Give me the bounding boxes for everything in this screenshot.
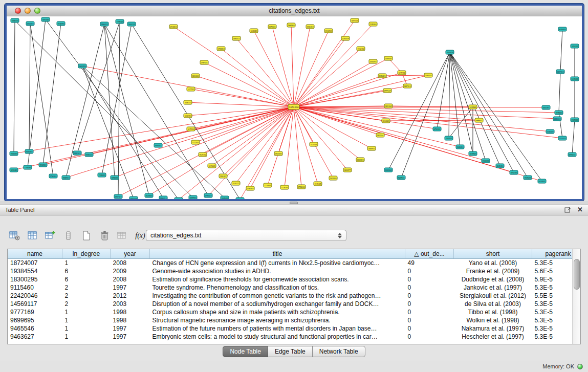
graph-node[interactable]: 1849413: [496, 164, 504, 168]
cell-name[interactable]: 9699695: [8, 316, 62, 324]
graph-edge[interactable]: [221, 49, 294, 107]
graph-node[interactable]: 1757161: [200, 60, 208, 64]
graph-node[interactable]: 1830172: [232, 181, 240, 185]
cell-name[interactable]: 9465546: [8, 324, 62, 333]
graph-node[interactable]: 1841203: [191, 74, 200, 78]
graph-node[interactable]: 1905233: [524, 176, 532, 180]
cell-out_degree[interactable]: 0: [405, 308, 454, 316]
cell-in_degree[interactable]: 6: [62, 267, 111, 275]
cell-out_degree[interactable]: 0: [405, 333, 454, 341]
cell-in_degree[interactable]: 1: [62, 308, 111, 316]
cell-year[interactable]: 2008: [111, 259, 150, 268]
graph-node[interactable]: 1872400: [288, 104, 299, 110]
table-scrollbar[interactable]: [572, 249, 580, 344]
graph-node[interactable]: 915469: [469, 105, 477, 109]
graph-node[interactable]: 1580043: [10, 151, 18, 156]
graph-node[interactable]: 1905463: [384, 168, 393, 172]
cell-title[interactable]: Investigating the contribution of common…: [150, 292, 405, 300]
table-row[interactable]: 1872400712008Changes of HCN gene express…: [8, 259, 581, 268]
cell-short[interactable]: Yano et al. (2008): [454, 259, 532, 268]
graph-node[interactable]: 1849523: [469, 151, 477, 156]
cell-year[interactable]: 2003: [111, 300, 150, 308]
graph-node[interactable]: 1853083: [41, 17, 50, 21]
table-row[interactable]: 946362711997Embryonic stem cells: a mode…: [8, 333, 581, 341]
cell-year[interactable]: 1997: [111, 324, 150, 333]
graph-node[interactable]: 1821065: [384, 104, 393, 108]
graph-edge[interactable]: [82, 66, 225, 198]
graph-edge[interactable]: [450, 52, 473, 154]
graph-node[interactable]: 679193: [433, 127, 441, 131]
graph-edge[interactable]: [294, 20, 355, 107]
graph-node[interactable]: 1784818: [217, 47, 225, 51]
graph-node[interactable]: 1858043: [111, 176, 119, 180]
cell-title[interactable]: Embryonic stem cells: a model to study s…: [150, 333, 405, 341]
graph-node[interactable]: 1913453: [274, 151, 282, 156]
cell-short[interactable]: Wolkin et al. (1998): [454, 316, 532, 324]
merge-table-icon[interactable]: [116, 229, 129, 243]
graph-edge[interactable]: [191, 89, 294, 107]
column-header-short[interactable]: short: [454, 249, 532, 259]
table-row[interactable]: 1830029562008Estimation of significance …: [8, 275, 581, 283]
graph-edge[interactable]: [437, 52, 450, 129]
cell-year[interactable]: 2009: [111, 267, 150, 275]
cell-short[interactable]: Dudbridge et al. (2008): [454, 275, 532, 283]
graph-node[interactable]: 1692343: [510, 170, 518, 174]
graph-node[interactable]: 1806713: [184, 114, 192, 118]
network-canvas[interactable]: 1872400178481817571611841203142751216861…: [7, 16, 582, 199]
cell-out_degree[interactable]: 0: [405, 300, 454, 308]
graph-node[interactable]: 1427512: [187, 87, 195, 91]
graph-node[interactable]: 1580513: [62, 176, 70, 180]
table-row[interactable]: 969969511998Structural magnetic resonanc…: [8, 316, 581, 324]
graph-node[interactable]: 2606057: [154, 143, 162, 147]
graph-node[interactable]: 1913530: [329, 176, 337, 180]
graph-node[interactable]: 1904133: [127, 22, 136, 26]
graph-node[interactable]: 1962312: [357, 47, 365, 51]
graph-node[interactable]: 1697434: [351, 18, 359, 23]
graph-node[interactable]: 677043: [568, 152, 576, 157]
graph-edge[interactable]: [14, 107, 294, 170]
graph-node[interactable]: 1160339: [546, 129, 554, 134]
graph-node[interactable]: 1905413: [456, 145, 464, 149]
graph-node[interactable]: 1860012: [232, 36, 241, 40]
table-row[interactable]: 2242004622012Investigating the contribut…: [8, 292, 581, 300]
graph-node[interactable]: 1895413: [159, 196, 167, 199]
graph-node[interactable]: 1444543: [553, 117, 561, 121]
graph-edge[interactable]: [29, 24, 30, 151]
cell-year[interactable]: 1997: [111, 333, 150, 341]
graph-edge[interactable]: [294, 107, 542, 181]
graph-node[interactable]: 1912543: [324, 29, 333, 33]
graph-edge[interactable]: [43, 24, 61, 165]
cell-name[interactable]: 9463627: [8, 333, 62, 341]
graph-node[interactable]: 1954133: [571, 44, 579, 48]
graph-edge[interactable]: [388, 52, 450, 170]
graph-edge[interactable]: [204, 62, 294, 107]
cell-short[interactable]: Franke et al. (2009): [454, 267, 532, 275]
cell-out_degree[interactable]: 0: [405, 283, 454, 292]
cell-name[interactable]: 19384554: [8, 267, 62, 275]
graph-edge[interactable]: [102, 24, 132, 175]
graph-node[interactable]: 1827413: [556, 70, 564, 74]
cell-in_degree[interactable]: 2: [62, 292, 111, 300]
graph-node[interactable]: 2620600: [145, 193, 153, 198]
graph-node[interactable]: 924503: [397, 176, 405, 180]
graph-node[interactable]: 1595813: [555, 111, 563, 115]
graph-edge[interactable]: [401, 52, 450, 178]
graph-node[interactable]: 1758093: [24, 165, 32, 169]
cell-short[interactable]: Hescheler et al. (1997): [454, 333, 532, 341]
cell-in_degree[interactable]: 2: [62, 283, 111, 292]
graph-node[interactable]: 1686133: [184, 100, 192, 104]
graph-node[interactable]: 1485083: [384, 56, 393, 60]
cell-title[interactable]: Changes of HCN gene expression and I(f) …: [150, 259, 405, 268]
cell-name[interactable]: 9115460: [8, 283, 62, 292]
graph-node[interactable]: 1948793: [57, 21, 65, 26]
close-window-button[interactable]: [15, 8, 21, 14]
graph-node[interactable]: 1228083: [250, 29, 258, 33]
cell-title[interactable]: Structural magnetic resonance image aver…: [150, 316, 405, 324]
cell-name[interactable]: 9777169: [8, 308, 62, 316]
graph-node[interactable]: 1905143: [571, 118, 579, 122]
graph-node[interactable]: 1796023: [204, 193, 212, 198]
graph-node[interactable]: 1857513: [403, 84, 411, 88]
zoom-window-button[interactable]: [34, 8, 40, 14]
graph-edge[interactable]: [450, 52, 514, 172]
cell-year[interactable]: 2008: [111, 275, 150, 283]
